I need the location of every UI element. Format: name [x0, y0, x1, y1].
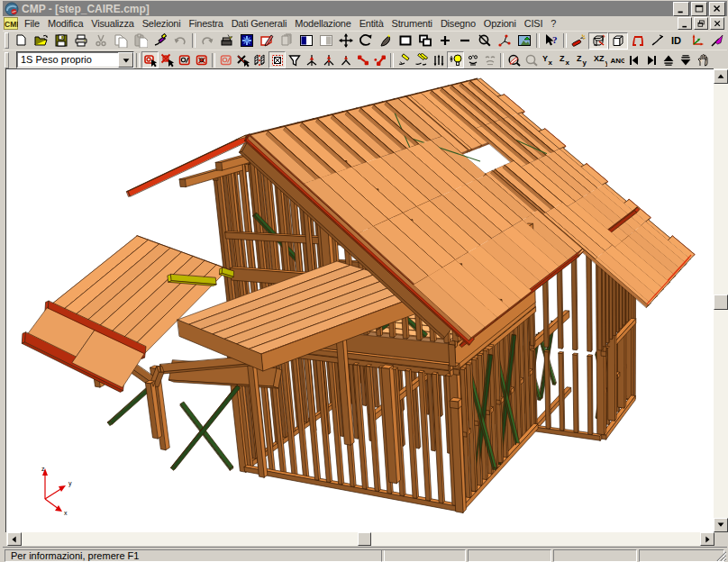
menu-help[interactable]: ?: [546, 17, 560, 31]
new-button[interactable]: [12, 32, 32, 50]
help-button[interactable]: ?: [541, 32, 561, 50]
node-pin-button[interactable]: [303, 51, 320, 68]
id-button[interactable]: ID: [668, 32, 687, 50]
print-stack-button[interactable]: [217, 32, 237, 50]
deselect-all-button[interactable]: [234, 51, 251, 68]
zoom-out-button[interactable]: [455, 32, 475, 50]
snap-nodes-button[interactable]: [495, 32, 514, 50]
node-pin3-button[interactable]: [337, 51, 354, 68]
hand-button[interactable]: [694, 51, 711, 68]
menu-strumenti[interactable]: Strumenti: [387, 17, 436, 31]
select-cursor-button[interactable]: [141, 51, 159, 68]
print-button[interactable]: [71, 32, 91, 50]
red-link2-button[interactable]: [371, 51, 388, 68]
horizontal-scroll-thumb[interactable]: [358, 532, 371, 546]
render-face2-button[interactable]: [481, 51, 498, 68]
scroll-down-button[interactable]: [714, 518, 728, 532]
resize-grip[interactable]: [714, 549, 726, 561]
load-case-combo[interactable]: 1S Peso proprio: [16, 51, 134, 68]
view-zy-button[interactable]: Zy: [574, 51, 591, 68]
polyline-measure-button[interactable]: [648, 32, 668, 50]
paste-button[interactable]: [131, 32, 150, 50]
funnel-button[interactable]: [286, 51, 303, 68]
view-zx-button[interactable]: Zx: [557, 51, 574, 68]
mdi-restore-button[interactable]: [694, 17, 708, 30]
box-solid-button[interactable]: [608, 32, 628, 50]
mdi-close-button[interactable]: [710, 17, 724, 30]
hatch-planes-button[interactable]: [251, 51, 268, 68]
pencil-double-button[interactable]: [413, 51, 430, 68]
checker-box-button[interactable]: [268, 51, 286, 68]
menu-cisi[interactable]: CISI: [520, 17, 547, 31]
deselect-cursor-button[interactable]: [159, 51, 176, 68]
scroll-right-button[interactable]: [700, 532, 714, 546]
menu-selezioni[interactable]: Selezioni: [138, 17, 185, 31]
rotate-down-button[interactable]: [677, 51, 694, 68]
menu-finestra[interactable]: Finestra: [184, 17, 226, 31]
render-face-button[interactable]: [464, 51, 481, 68]
bulb-button[interactable]: [447, 51, 464, 68]
view-yx-button[interactable]: Yx: [540, 51, 557, 68]
red-link-button[interactable]: [354, 51, 371, 68]
menu-dati-generali[interactable]: Dati Generali: [227, 17, 291, 31]
select-single-button[interactable]: [217, 51, 234, 68]
mdi-minimize-button[interactable]: [678, 17, 692, 30]
pan-button[interactable]: [336, 32, 356, 50]
rotate-up-button[interactable]: [660, 51, 677, 68]
split-view-button[interactable]: [296, 32, 316, 50]
zoom-pencil-button[interactable]: [505, 51, 523, 68]
step-left-button[interactable]: [625, 51, 642, 68]
pi-deform-button[interactable]: [628, 32, 648, 50]
view-ang-button[interactable]: ANG: [608, 51, 625, 68]
red-pencil-button[interactable]: [257, 32, 277, 50]
undo-button[interactable]: [170, 32, 190, 50]
menu-entit-[interactable]: Entità: [355, 17, 387, 31]
scroll-up-button[interactable]: [714, 69, 728, 84]
zoom-window-button[interactable]: [396, 32, 415, 50]
menu-opzioni[interactable]: Opzioni: [479, 17, 520, 31]
menu-visualizza[interactable]: Visualizza: [86, 17, 137, 31]
scroll-left-button[interactable]: [7, 532, 22, 546]
format-brush-button[interactable]: [150, 32, 170, 50]
vertical-scroll-thumb[interactable]: [714, 295, 728, 310]
split-view-gray-button[interactable]: [316, 32, 336, 50]
step-right-button[interactable]: [642, 51, 660, 68]
toolbar-grip[interactable]: [5, 32, 9, 49]
redo-button[interactable]: [197, 32, 217, 50]
horizontal-scrollbar[interactable]: [6, 532, 714, 546]
close-button[interactable]: [709, 2, 725, 16]
menu-modifica[interactable]: Modifica: [43, 17, 86, 31]
pages-button[interactable]: [277, 32, 296, 50]
deselect-box-button[interactable]: [193, 51, 210, 68]
vertical-scrollbar[interactable]: [714, 68, 728, 532]
title-bar[interactable]: CMP - [step_CAIRE.cmp]: [3, 1, 727, 17]
save-button[interactable]: [51, 32, 71, 50]
menu-disegno[interactable]: Disegno: [436, 17, 479, 31]
maximize-button[interactable]: [691, 2, 707, 16]
minimize-button[interactable]: [673, 2, 689, 16]
select-box-button[interactable]: [176, 51, 193, 68]
feather-button[interactable]: [376, 32, 396, 50]
arrow-magenta-button[interactable]: [707, 32, 727, 50]
menu-modellazione[interactable]: Modellazione: [290, 17, 354, 31]
node-pin2-button[interactable]: [320, 51, 337, 68]
menu-file[interactable]: File: [20, 17, 43, 31]
zoom-off-button[interactable]: [475, 32, 495, 50]
zoom-previous-button[interactable]: [415, 32, 435, 50]
open-button[interactable]: [32, 32, 51, 50]
document-icon[interactable]: CMP: [4, 17, 18, 30]
axes-button[interactable]: [687, 32, 707, 50]
combo-dropdown-button[interactable]: [118, 52, 133, 68]
model-canvas[interactable]: z y x: [5, 68, 714, 532]
arrows-updown-button[interactable]: [430, 51, 447, 68]
zoom-in-button[interactable]: [435, 32, 455, 50]
zoom-gray-button[interactable]: [523, 51, 540, 68]
copy-button[interactable]: [111, 32, 131, 50]
rotate-button[interactable]: [356, 32, 376, 50]
image-view-button[interactable]: [514, 32, 534, 50]
blue-grid-button[interactable]: [237, 32, 257, 50]
view-xzy-button[interactable]: XZy: [591, 51, 608, 68]
dynamite-button[interactable]: [569, 32, 588, 50]
toolbar-grip[interactable]: [5, 52, 9, 68]
box-wireframe-button[interactable]: [588, 32, 608, 50]
